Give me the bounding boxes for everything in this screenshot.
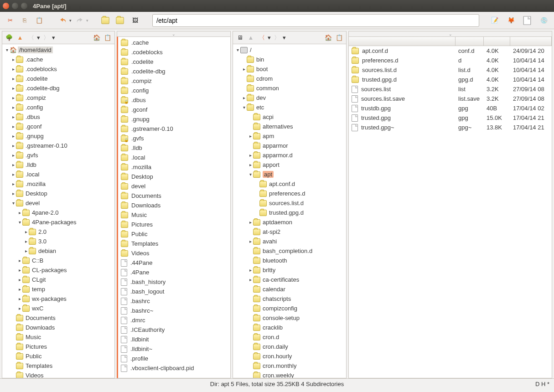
list-item[interactable]: .bashrc (118, 296, 230, 306)
tree-item[interactable]: ▸.codelite-dbg (2, 83, 114, 93)
tree1-clipboard-button[interactable]: 📋 (103, 33, 113, 43)
list1-collapse[interactable]: ⌄ (117, 31, 231, 36)
col-name[interactable] (349, 37, 456, 46)
tree-item[interactable]: ▾devel (2, 198, 114, 208)
tree-item[interactable]: ▸.local (2, 170, 114, 179)
tree-item[interactable]: bluetooth (233, 256, 346, 265)
expand-icon[interactable]: ▸ (10, 86, 16, 91)
tree1-back-button[interactable]: 〈 (26, 33, 36, 43)
tree-item[interactable]: apt.conf.d (233, 179, 346, 189)
expand-icon[interactable]: ▸ (17, 210, 22, 215)
tree-item[interactable]: console-setup (233, 313, 346, 323)
tree-item[interactable]: calendar (233, 284, 346, 294)
list-item[interactable]: .codelite (118, 57, 230, 67)
expand-icon[interactable]: ▸ (23, 248, 29, 253)
tree-item[interactable]: ▸debian (2, 246, 114, 256)
list-item[interactable]: .codeblocks (118, 47, 230, 57)
tree-item[interactable]: ▸.gstreamer-0.10 (2, 141, 114, 150)
tree-root[interactable]: ▾ / (233, 45, 346, 55)
list-item[interactable]: .lldbinit~ (118, 344, 230, 354)
undo-button[interactable] (57, 14, 69, 27)
tree-item[interactable]: ▸.config (2, 103, 114, 112)
tree-item[interactable]: ▸.mozilla (2, 179, 114, 189)
detail-row[interactable]: trustdb.gpg gpg 40B 17/04/14 02 (349, 103, 552, 113)
firefox-button[interactable]: 🦊 (505, 14, 518, 27)
list-item[interactable]: .vboxclient-clipboard.pid (118, 363, 230, 373)
tree-item[interactable]: ▸.gvfs (2, 150, 114, 160)
list-item[interactable]: .profile (118, 354, 230, 363)
expand-icon[interactable]: ▸ (10, 143, 16, 148)
list1-body[interactable]: .cache.codeblocks.codelite.codelite-dbg.… (117, 36, 231, 378)
tree-item[interactable]: bin (233, 55, 346, 64)
tree-item[interactable]: ▸.codelite (2, 74, 114, 83)
tree-item[interactable]: ▸aptdaemon (233, 217, 346, 227)
tree-item[interactable]: ▸CLgit (2, 275, 114, 284)
expand-icon[interactable]: ▸ (248, 134, 253, 139)
tree2-root-icon[interactable]: 🖥 (235, 33, 245, 43)
tree-item[interactable]: ▸brltty (233, 265, 346, 275)
new-file-button[interactable] (521, 14, 534, 27)
tree1-home-button[interactable]: 🏠 (92, 33, 102, 43)
tree-item[interactable]: cracklib (233, 323, 346, 332)
tree-item[interactable]: common (233, 83, 346, 93)
tree-item[interactable]: Music (2, 332, 114, 342)
path-input[interactable] (152, 14, 479, 27)
window-close-button[interactable] (3, 3, 9, 9)
tree-item[interactable]: ▸apport (233, 160, 346, 170)
tree1-back-dd[interactable]: ▾ (37, 34, 40, 41)
expand-icon[interactable]: ▸ (248, 162, 253, 167)
tree-item[interactable]: ▸apm (233, 131, 346, 141)
expand-icon[interactable]: ▸ (17, 268, 22, 273)
expand-icon[interactable]: ▸ (10, 105, 16, 110)
expand-icon[interactable]: ▸ (10, 162, 16, 167)
tree1-up-button[interactable]: ▲ (15, 33, 25, 43)
redo-dropdown[interactable]: ▾ (86, 18, 88, 23)
expand-icon[interactable]: ▸ (10, 114, 16, 119)
tree-item[interactable]: ▸2.0 (2, 227, 114, 237)
list-item[interactable]: Documents (118, 191, 230, 201)
list-item[interactable]: .gconf (118, 105, 230, 114)
delete-folder-button[interactable] (114, 14, 127, 27)
tree-item[interactable]: cron.daily (233, 342, 346, 351)
col-date[interactable] (510, 37, 552, 46)
expand-icon[interactable]: ▸ (10, 124, 16, 129)
tree2-body[interactable]: ▾ / bin ▸boot cdrom common ▸dev ▾etc acp… (233, 44, 347, 378)
tree-item[interactable]: ▸ca-certificates (233, 275, 346, 284)
list-item[interactable]: .mozilla (118, 162, 230, 172)
tree-item[interactable]: ▸C::B (2, 256, 114, 265)
tree2-home-button[interactable]: 🏠 (323, 33, 333, 43)
list-item[interactable]: .local (118, 153, 230, 162)
list-item[interactable]: Downloads (118, 201, 230, 210)
tree-item[interactable]: ▾etc (233, 103, 346, 112)
list-item[interactable]: Pictures (118, 220, 230, 229)
list-item[interactable]: .gvfs (118, 134, 230, 143)
tree-item[interactable]: ▸CL-packages (2, 265, 114, 275)
tree-item[interactable]: ▸Desktop (2, 189, 114, 198)
tree-item[interactable]: ▸boot (233, 64, 346, 74)
tree-item[interactable]: ▸dev (233, 93, 346, 103)
tree-item[interactable]: ▸.compiz (2, 93, 114, 103)
expand-icon[interactable]: ▸ (10, 57, 16, 62)
list-item[interactable]: .dbus (118, 95, 230, 105)
expand-icon[interactable]: ▸ (17, 296, 22, 301)
expand-icon[interactable]: ▸ (241, 67, 247, 72)
list-item[interactable]: .lldb (118, 143, 230, 153)
window-maximize-button[interactable] (21, 3, 27, 9)
tree-item[interactable]: ▸4pane-2.0 (2, 208, 114, 217)
tree2-back-button[interactable]: 〈 (257, 33, 267, 43)
tree-item[interactable]: cron.d (233, 332, 346, 342)
tree-item[interactable]: ▸3.0 (2, 237, 114, 246)
list-item[interactable]: Videos (118, 248, 230, 258)
expand-icon[interactable]: ▸ (17, 306, 22, 311)
tree1-fwd-button[interactable]: 〉 (41, 33, 51, 43)
collapse-icon[interactable]: ▾ (17, 220, 22, 225)
tree2-clipboard-button[interactable]: 📋 (334, 33, 344, 43)
list-item[interactable]: .cache (118, 38, 230, 47)
tree-item[interactable]: sources.list.d (233, 198, 346, 208)
list-item[interactable]: .compiz (118, 76, 230, 86)
expand-icon[interactable]: ▸ (10, 153, 16, 158)
expand-icon[interactable]: ▸ (10, 67, 16, 72)
expand-icon[interactable]: ▸ (248, 277, 253, 282)
tree-item[interactable]: Videos (2, 371, 114, 378)
tree-item[interactable]: bash_completion.d (233, 246, 346, 256)
